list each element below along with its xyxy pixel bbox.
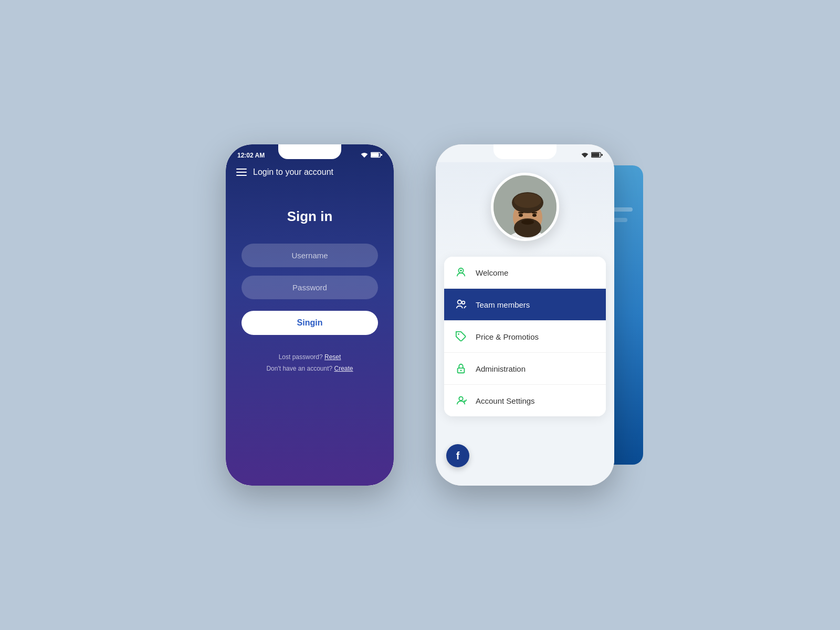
svg-point-12 bbox=[514, 193, 541, 208]
avatar-section bbox=[436, 162, 614, 257]
password-input[interactable] bbox=[242, 276, 378, 299]
welcome-label: Welcome bbox=[476, 268, 508, 277]
menu-item-team-members[interactable]: Team members bbox=[444, 289, 606, 321]
menu-status-icons bbox=[581, 152, 603, 159]
svg-rect-2 bbox=[381, 154, 382, 156]
svg-point-15 bbox=[521, 219, 534, 225]
account-settings-label: Account Settings bbox=[476, 396, 535, 405]
login-links: Lost password? Reset Don't have an accou… bbox=[266, 352, 353, 374]
home-icon bbox=[454, 265, 468, 280]
login-status-bar: 12:02 AM bbox=[226, 144, 394, 162]
phone-menu: Welcome Team members bbox=[436, 144, 614, 486]
svg-rect-18 bbox=[518, 212, 523, 214]
user-avatar bbox=[491, 173, 559, 241]
menu-wifi-icon bbox=[581, 152, 589, 159]
price-promotions-label: Price & Promotios bbox=[476, 332, 539, 341]
login-body: Sign in Singin Lost password? Reset Don'… bbox=[226, 177, 394, 390]
create-link[interactable]: Create bbox=[334, 365, 353, 372]
facebook-button[interactable]: f bbox=[446, 444, 469, 467]
account-icon bbox=[454, 393, 468, 408]
svg-rect-4 bbox=[592, 153, 600, 156]
phone-login: 12:02 AM Login to your account Sign in bbox=[226, 144, 394, 486]
menu-item-welcome[interactable]: Welcome bbox=[444, 257, 606, 289]
administration-label: Administration bbox=[476, 364, 526, 373]
avatar-svg bbox=[494, 175, 559, 241]
menu-status-bar bbox=[436, 144, 614, 162]
status-icons bbox=[361, 152, 382, 159]
svg-rect-1 bbox=[371, 153, 379, 156]
signin-button[interactable]: Singin bbox=[242, 311, 378, 335]
menu-list: Welcome Team members bbox=[444, 257, 606, 416]
menu-bottom: f bbox=[436, 416, 614, 486]
svg-point-17 bbox=[532, 214, 537, 217]
svg-point-23 bbox=[462, 301, 465, 304]
login-header: Login to your account bbox=[226, 162, 394, 177]
menu-battery-icon bbox=[591, 152, 603, 159]
svg-point-27 bbox=[459, 397, 463, 401]
lock-icon bbox=[454, 361, 468, 376]
team-members-label: Team members bbox=[476, 300, 530, 309]
svg-point-26 bbox=[460, 370, 462, 371]
phone-menu-container: Welcome Team members bbox=[436, 144, 614, 486]
svg-rect-19 bbox=[532, 212, 537, 214]
status-time: 12:02 AM bbox=[237, 152, 265, 159]
lost-password-text: Lost password? bbox=[279, 353, 323, 361]
menu-item-administration[interactable]: Administration bbox=[444, 353, 606, 385]
svg-rect-5 bbox=[601, 154, 603, 156]
no-account-text: Don't have an account? bbox=[266, 365, 332, 372]
menu-item-price-promotions[interactable]: Price & Promotios bbox=[444, 321, 606, 353]
svg-point-16 bbox=[519, 214, 523, 217]
username-input[interactable] bbox=[242, 244, 378, 267]
battery-icon bbox=[371, 152, 382, 159]
sign-in-heading: Sign in bbox=[287, 208, 333, 225]
hamburger-menu[interactable] bbox=[236, 169, 247, 176]
team-icon bbox=[454, 297, 468, 312]
wifi-icon bbox=[361, 152, 368, 159]
login-header-title: Login to your account bbox=[253, 167, 333, 177]
menu-item-account-settings[interactable]: Account Settings bbox=[444, 385, 606, 416]
svg-point-21 bbox=[460, 270, 462, 272]
tag-icon bbox=[454, 329, 468, 344]
reset-link[interactable]: Reset bbox=[324, 353, 341, 361]
svg-point-22 bbox=[458, 300, 461, 304]
